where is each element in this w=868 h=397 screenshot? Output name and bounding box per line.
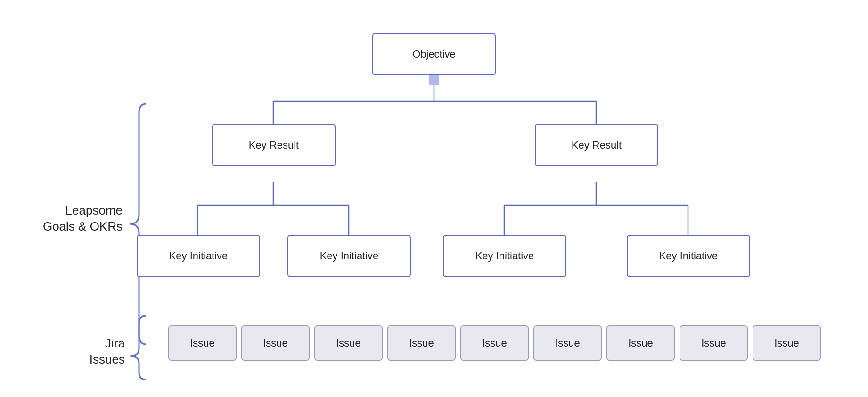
key-result-left-label: Key Result — [249, 139, 299, 151]
key-initiative-4-label: Key Initiative — [659, 250, 718, 262]
issue-7-box: Issue — [606, 325, 675, 361]
issue-5-label: Issue — [482, 337, 507, 349]
jira-label: JiraIssues — [31, 336, 125, 368]
issue-5-box: Issue — [460, 325, 529, 361]
issue-4-box: Issue — [387, 325, 456, 361]
issue-6-label: Issue — [555, 337, 580, 349]
issue-3-label: Issue — [336, 337, 361, 349]
issue-2-box: Issue — [241, 325, 310, 361]
issue-4-label: Issue — [409, 337, 434, 349]
objective-box: Objective — [372, 33, 496, 75]
key-initiative-2-box: Key Initiative — [287, 235, 411, 277]
key-initiative-3-label: Key Initiative — [475, 250, 534, 262]
objective-label: Objective — [412, 48, 456, 60]
issue-7-label: Issue — [628, 337, 653, 349]
key-initiative-3-box: Key Initiative — [443, 235, 566, 277]
key-result-right-box: Key Result — [535, 124, 658, 166]
key-initiative-2-label: Key Initiative — [320, 250, 379, 262]
leapsome-label: LeapsomeGoals & OKRs — [14, 203, 123, 235]
issue-1-label: Issue — [190, 337, 215, 349]
key-result-left-box: Key Result — [212, 124, 336, 166]
key-result-right-label: Key Result — [572, 139, 622, 151]
key-initiative-4-box: Key Initiative — [627, 235, 750, 277]
issue-6-box: Issue — [533, 325, 602, 361]
issue-3-box: Issue — [314, 325, 383, 361]
issue-1-box: Issue — [168, 325, 237, 361]
key-initiative-1-box: Key Initiative — [137, 235, 260, 277]
issue-9-label: Issue — [774, 337, 799, 349]
key-initiative-1-label: Key Initiative — [169, 250, 228, 262]
issue-2-label: Issue — [263, 337, 288, 349]
issue-9-box: Issue — [753, 325, 821, 361]
issue-8-box: Issue — [680, 325, 748, 361]
issue-8-label: Issue — [701, 337, 726, 349]
